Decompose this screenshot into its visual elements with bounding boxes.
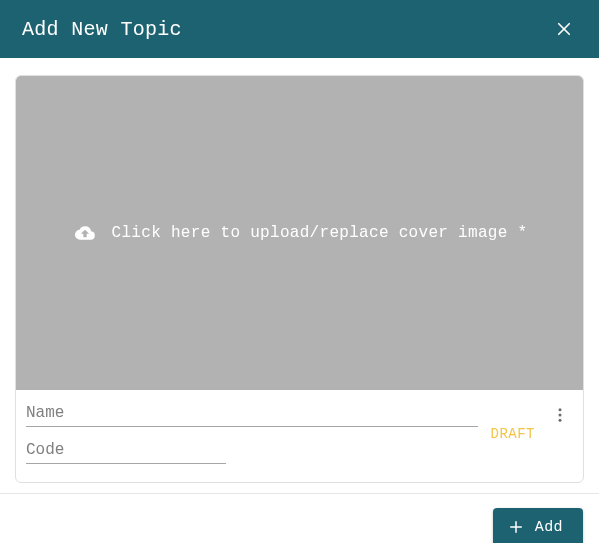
cover-upload-area[interactable]: Click here to upload/replace cover image… xyxy=(16,76,583,390)
fields-row: DRAFT xyxy=(16,390,583,482)
dialog-title: Add New Topic xyxy=(22,18,182,41)
dialog-body: Click here to upload/replace cover image… xyxy=(0,58,599,493)
code-input[interactable] xyxy=(26,435,226,464)
fields-left xyxy=(26,398,478,464)
svg-point-3 xyxy=(559,414,562,417)
cover-prompt-text: Click here to upload/replace cover image… xyxy=(112,224,528,242)
cloud-upload-icon xyxy=(72,223,98,243)
status-badge: DRAFT xyxy=(490,420,535,442)
add-button[interactable]: Add xyxy=(493,508,583,543)
dialog-footer: Add xyxy=(0,494,599,543)
dialog-header: Add New Topic xyxy=(0,0,599,58)
more-vert-icon xyxy=(551,406,569,424)
svg-point-2 xyxy=(559,408,562,411)
add-button-label: Add xyxy=(535,519,563,536)
topic-card: Click here to upload/replace cover image… xyxy=(15,75,584,483)
more-options-button[interactable] xyxy=(547,402,573,428)
plus-icon xyxy=(507,518,525,536)
add-topic-dialog: Add New Topic Click here to upload/repla… xyxy=(0,0,599,543)
close-icon xyxy=(555,20,573,38)
name-input[interactable] xyxy=(26,398,478,427)
svg-point-4 xyxy=(559,419,562,422)
cover-prompt: Click here to upload/replace cover image… xyxy=(52,223,548,243)
close-button[interactable] xyxy=(551,16,577,42)
